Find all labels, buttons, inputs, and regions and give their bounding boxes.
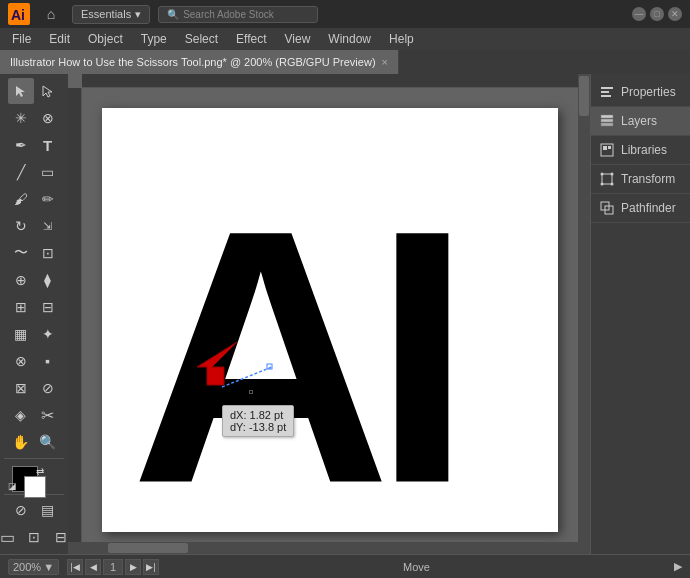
gradient-fill-button[interactable]: ▤ — [35, 497, 61, 523]
app-logo-icon: Ai — [8, 3, 30, 25]
zoom-selector[interactable]: 200% ▼ — [8, 559, 59, 575]
fill-none-button[interactable]: ⊘ — [8, 497, 34, 523]
nav-prev-button[interactable]: ◀ — [85, 559, 101, 575]
artboard-number[interactable]: 1 — [103, 559, 123, 575]
workspace-label: Essentials — [81, 8, 131, 20]
lasso-tool-button[interactable]: ⊗ — [35, 105, 61, 131]
svg-text:Ai: Ai — [11, 7, 25, 23]
tool-row-10: ▦ ✦ — [8, 321, 61, 347]
zoom-chevron-icon: ▼ — [43, 561, 54, 573]
hand-tool-button[interactable]: ✋ — [8, 429, 34, 455]
tool-row-13: ◈ ✂ — [8, 402, 61, 428]
menu-select[interactable]: Select — [177, 30, 226, 48]
line-tool-button[interactable]: ╱ — [8, 159, 34, 185]
workspace-selector[interactable]: Essentials ▾ — [72, 5, 150, 24]
tool-row-7: 〜 ⊡ — [8, 240, 61, 266]
tab-close-button[interactable]: × — [382, 56, 388, 68]
tool-row-color-mode: ⊘ ▤ — [8, 497, 61, 523]
home-button[interactable]: ⌂ — [38, 1, 64, 27]
libraries-label: Libraries — [621, 143, 667, 157]
ruler-left — [68, 88, 82, 542]
direct-selection-tool-button[interactable] — [35, 78, 61, 104]
menu-window[interactable]: Window — [320, 30, 379, 48]
pen-tool-button[interactable]: ✒ — [8, 132, 34, 158]
free-transform-button[interactable]: ⊡ — [35, 240, 61, 266]
status-mode: Move — [403, 561, 430, 573]
tooltip: dX: 1.82 pt dY: -13.8 pt — [222, 405, 294, 437]
menu-effect[interactable]: Effect — [228, 30, 274, 48]
close-button[interactable]: ✕ — [668, 7, 682, 21]
minimize-button[interactable]: — — [632, 7, 646, 21]
selection-tool-button[interactable] — [8, 78, 34, 104]
perspective-grid-button[interactable]: ⊞ — [8, 294, 34, 320]
scale-tool-button[interactable]: ⇲ — [35, 213, 61, 239]
properties-icon — [599, 84, 615, 100]
scissors-tool-button[interactable]: ✂ — [35, 402, 61, 428]
ruler-top — [82, 74, 578, 88]
tool-row-5: 🖌 ✏ — [8, 186, 61, 212]
draw-inside-button[interactable]: ⊡ — [21, 524, 47, 550]
horizontal-scrollbar[interactable] — [68, 542, 578, 554]
blend-tool-button[interactable]: ⊗ — [8, 348, 34, 374]
tab-bar: Illustrator How to Use the Scissors Tool… — [0, 50, 690, 74]
search-placeholder: Search Adobe Stock — [183, 9, 274, 20]
title-bar-left: Ai ⌂ Essentials ▾ 🔍 Search Adobe Stock — [8, 1, 318, 27]
vertical-scrollbar[interactable] — [578, 74, 590, 542]
properties-label: Properties — [621, 85, 676, 99]
tooltip-dy: dY: -13.8 pt — [230, 421, 286, 433]
zoom-tool-button[interactable]: 🔍 — [35, 429, 61, 455]
svg-point-19 — [611, 183, 614, 186]
canvas-content[interactable]: AI — [82, 88, 578, 542]
canvas-area[interactable]: AI — [68, 74, 590, 554]
svg-marker-5 — [197, 342, 237, 385]
svg-rect-9 — [601, 123, 613, 126]
draw-behind-button[interactable]: ⊟ — [48, 524, 68, 550]
swap-colors-icon[interactable]: ⇄ — [36, 466, 44, 477]
eyedropper-button[interactable]: ✦ — [35, 321, 61, 347]
menu-file[interactable]: File — [4, 30, 39, 48]
tool-row-6: ↻ ⇲ — [8, 213, 61, 239]
panel-pathfinder[interactable]: Pathfinder — [591, 194, 690, 223]
warp-tool-button[interactable]: 〜 — [8, 240, 34, 266]
shape-builder-button[interactable]: ⊕ — [8, 267, 34, 293]
panel-transform[interactable]: Transform — [591, 165, 690, 194]
menu-edit[interactable]: Edit — [41, 30, 78, 48]
search-bar[interactable]: 🔍 Search Adobe Stock — [158, 6, 318, 23]
zoom-value: 200% — [13, 561, 41, 573]
panel-layers[interactable]: Layers — [591, 107, 690, 136]
rect-tool-button[interactable]: ▭ — [35, 159, 61, 185]
paintbrush-tool-button[interactable]: 🖌 — [8, 186, 34, 212]
menu-view[interactable]: View — [277, 30, 319, 48]
svg-rect-6 — [601, 87, 613, 89]
tool-row-4: ╱ ▭ — [8, 159, 61, 185]
artboard-tool-button[interactable]: ⊠ — [8, 375, 34, 401]
gradient-tool-button[interactable]: ▦ — [8, 321, 34, 347]
panel-properties[interactable]: Properties — [591, 78, 690, 107]
tool-row-1 — [8, 78, 61, 104]
eraser-tool-button[interactable]: ◈ — [8, 402, 34, 428]
menu-help[interactable]: Help — [381, 30, 422, 48]
tool-row-3: ✒ T — [8, 132, 61, 158]
bar-chart-button[interactable]: ▪ — [35, 348, 61, 374]
nav-next-button[interactable]: ▶ — [125, 559, 141, 575]
scroll-corner — [578, 542, 590, 554]
document-tab[interactable]: Illustrator How to Use the Scissors Tool… — [0, 50, 399, 74]
live-paint-button[interactable]: ⧫ — [35, 267, 61, 293]
default-colors-icon[interactable]: ◪ — [8, 481, 17, 491]
menu-type[interactable]: Type — [133, 30, 175, 48]
nav-first-button[interactable]: |◀ — [67, 559, 83, 575]
background-color-swatch[interactable] — [24, 476, 46, 498]
panel-libraries[interactable]: Libraries — [591, 136, 690, 165]
pencil-tool-button[interactable]: ✏ — [35, 186, 61, 212]
tool-row-2: ✳ ⊗ — [8, 105, 61, 131]
search-icon: 🔍 — [167, 9, 179, 20]
slice-tool-button[interactable]: ⊘ — [35, 375, 61, 401]
rotate-tool-button[interactable]: ↻ — [8, 213, 34, 239]
menu-object[interactable]: Object — [80, 30, 131, 48]
mesh-tool-button[interactable]: ⊟ — [35, 294, 61, 320]
restore-button[interactable]: □ — [650, 7, 664, 21]
nav-last-button[interactable]: ▶| — [143, 559, 159, 575]
magic-wand-tool-button[interactable]: ✳ — [8, 105, 34, 131]
draw-normal-button[interactable]: ▭ — [0, 524, 20, 550]
type-tool-button[interactable]: T — [35, 132, 61, 158]
